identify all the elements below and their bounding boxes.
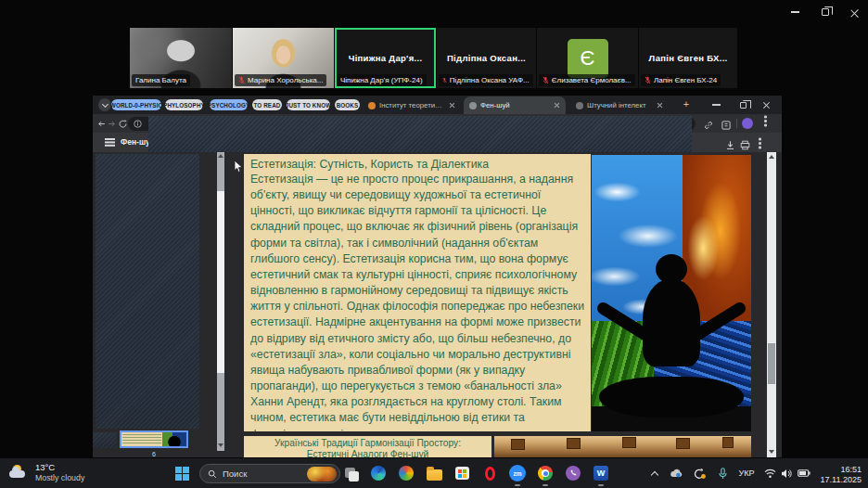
tray-date: 17.11.2025 (821, 475, 862, 485)
zoom-app-button[interactable]: zm (505, 458, 530, 488)
picture-frame (622, 437, 636, 448)
wifi-icon[interactable] (762, 458, 777, 488)
edge-button[interactable] (366, 458, 390, 488)
tray-expand-button[interactable] (648, 458, 661, 488)
dark-overlay-panel (148, 116, 692, 152)
profile-avatar[interactable] (742, 118, 753, 129)
main-scrollbar[interactable] (767, 152, 776, 457)
document-image-elements-meditation (592, 155, 751, 431)
document-image-interior (494, 436, 751, 457)
participant-tile-pidlipna[interactable]: Підліпна Оксан... Підліпна Оксана УАФ... (437, 28, 536, 88)
participant-tile-galyna[interactable]: Галина Балута (130, 28, 232, 88)
pdf-viewer-body: 6 Естетизація: Сутність, Користь та Діал… (93, 152, 782, 457)
opera-icon (485, 467, 495, 481)
tab-close-icon[interactable] (657, 102, 663, 109)
tab-group-world-o-physic[interactable]: WORLD-0-PHYSIC (111, 99, 161, 110)
tab-close-icon[interactable] (554, 102, 560, 109)
weather-widget[interactable]: 13°C Mostly cloudy (9, 462, 84, 483)
browser-restore-button[interactable] (734, 98, 751, 111)
scroll-up-icon[interactable] (218, 154, 223, 158)
main-scroll-thumb[interactable] (768, 343, 775, 384)
participant-name-label: Марина Хорольська... (248, 75, 323, 85)
scroll-down-icon[interactable] (769, 450, 774, 454)
tab-strip: WORLD-0-PHYSIC PHYLOSOPHY PSYCHOLOGY TO … (93, 96, 782, 114)
tab-group-to-read[interactable]: TO READ (252, 99, 282, 110)
participant-avatar: Є (568, 39, 608, 78)
sidebar-scrollbar[interactable] (217, 152, 224, 451)
clock-widget[interactable]: 16:51 17.11.2025 (821, 465, 862, 484)
site-info-icon[interactable] (134, 120, 142, 128)
word-button[interactable]: W (589, 458, 613, 488)
tab-group-just-to-know[interactable]: JUST TO KNOW (287, 99, 330, 110)
search-box[interactable]: Поиск (199, 464, 340, 483)
close-button[interactable] (847, 6, 862, 19)
minimize-icon (791, 11, 799, 13)
viber-button[interactable] (561, 458, 585, 488)
tab-group-phylosophy[interactable]: PHYLOSOPHY (165, 99, 203, 110)
chevron-up-icon (651, 470, 658, 478)
muted-mic-icon (542, 76, 549, 84)
browser-menu-button[interactable] (764, 120, 767, 122)
page-thumbnail-selected[interactable] (120, 430, 188, 448)
sidebar-scroll-thumb[interactable] (217, 191, 224, 373)
tab-favicon (368, 102, 376, 109)
word-icon: W (594, 466, 608, 481)
sync-tray-icon[interactable] (690, 458, 708, 488)
reload-button[interactable] (116, 117, 129, 130)
sidebar-menu-icon[interactable] (105, 138, 115, 140)
participant-tile-chipyzhna[interactable]: Чіпижна Дар'я... Чіпижна Дар'я (УПФ-24) (335, 28, 436, 88)
browser-close-button[interactable] (759, 98, 775, 111)
tab-group-books[interactable]: BOOKS (335, 99, 360, 110)
task-view-button[interactable] (338, 458, 363, 488)
document-page-text: Естетизація: Сутність, Користь та Діалек… (244, 154, 591, 431)
onedrive-tray-icon[interactable] (668, 458, 684, 488)
file-explorer-button[interactable] (422, 458, 446, 488)
tab-institute[interactable]: Інститут теоретичної фізики і (363, 96, 461, 114)
search-highlight-image[interactable] (307, 467, 337, 482)
opera-button[interactable] (478, 458, 502, 488)
microsoft-store-button[interactable] (450, 458, 474, 488)
scroll-up-icon[interactable] (769, 155, 774, 159)
chrome-button[interactable] (533, 458, 557, 488)
forward-icon (107, 119, 117, 129)
restore-button[interactable] (818, 6, 833, 19)
microphone-tray-icon[interactable] (714, 458, 731, 488)
meditating-silhouette-legs (599, 377, 744, 417)
new-tab-button[interactable]: + (680, 98, 693, 111)
viber-icon (566, 466, 581, 481)
tab-favicon (576, 102, 583, 109)
weather-icon (9, 465, 30, 481)
restore-icon (822, 8, 829, 16)
windows-logo-icon (175, 467, 189, 481)
browser-minimize-button[interactable] (708, 98, 724, 111)
scroll-down-icon[interactable] (218, 443, 223, 447)
weather-condition: Mostly cloudy (35, 473, 84, 483)
page-thumbnail[interactable] (93, 432, 117, 448)
volume-icon[interactable] (779, 458, 794, 488)
thumbnail-sidebar[interactable] (96, 154, 199, 429)
download-icon (725, 140, 735, 150)
participant-tile-lapin[interactable]: Лапін Євген БХ... Лапін Євген БХ-24 (639, 28, 737, 88)
folder-icon (427, 469, 442, 481)
participant-name-label: Чіпижна Дар'я (УПФ-24) (340, 75, 423, 85)
minimize-icon (712, 104, 721, 106)
language-indicator[interactable]: УКР (734, 458, 759, 488)
tab-close-icon[interactable] (449, 102, 455, 109)
participant-tile-maryna[interactable]: Марина Хорольська... (233, 28, 334, 88)
browser-window: WORLD-0-PHYSIC PHYLOSOPHY PSYCHOLOGY TO … (93, 96, 782, 457)
kebab-icon (764, 120, 767, 122)
tab-group-psychology[interactable]: PSYCHOLOGY (210, 99, 248, 110)
participant-center-name: Підліпна Оксан... (437, 53, 536, 63)
battery-icon[interactable] (796, 458, 812, 488)
participant-tile-yelyzaveta[interactable]: Є Єлизавета Єрмолаєв... (537, 28, 638, 88)
copilot-button[interactable] (394, 458, 418, 488)
tab-ai[interactable]: Штучний інтелект (570, 96, 669, 114)
start-button[interactable] (170, 458, 194, 488)
participant-name-label: Підліпна Оксана УАФ... (450, 75, 530, 85)
tab-fen-shui[interactable]: Фен-шуй (464, 96, 566, 114)
picture-frame (676, 438, 690, 449)
minimize-button[interactable] (787, 6, 802, 19)
participant-name-label: Лапін Євген БХ-24 (654, 75, 717, 85)
pdf-menu-button[interactable] (759, 142, 761, 145)
restore-icon (740, 102, 747, 109)
